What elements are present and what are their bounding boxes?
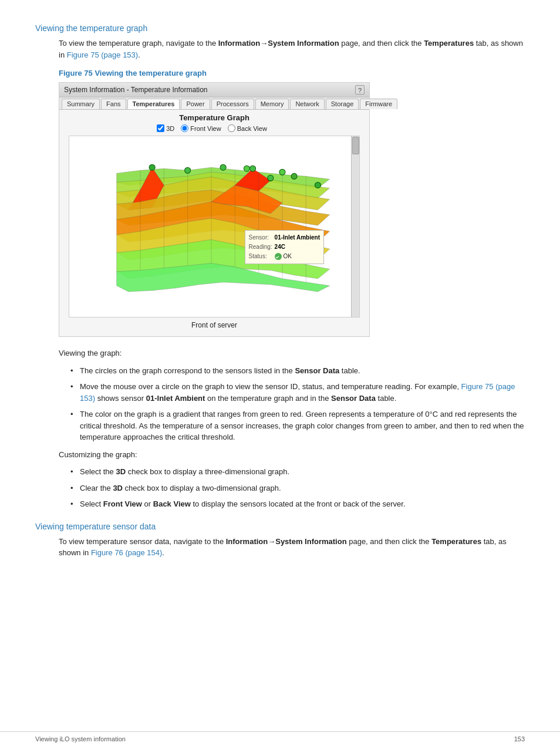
figure75-link[interactable]: Figure 75 (page 153) xyxy=(67,50,138,59)
tab-summary[interactable]: Summary xyxy=(62,99,100,109)
tab-network[interactable]: Network xyxy=(290,99,324,109)
bullet2: Move the mouse over a circle on the grap… xyxy=(70,381,525,404)
3d-bold1: 3D xyxy=(116,467,126,476)
svg-point-22 xyxy=(220,164,226,170)
tab-bar: Summary Fans Temperatures Power Processo… xyxy=(59,97,369,110)
checkbox-3d[interactable] xyxy=(157,124,164,132)
footer-left: Viewing iLO system information xyxy=(35,735,126,742)
cbullet1: Select the 3D check box to display a thr… xyxy=(70,466,525,478)
tab-firmware[interactable]: Firmware xyxy=(360,99,397,109)
svg-point-21 xyxy=(185,167,191,173)
radio-back[interactable] xyxy=(228,124,235,132)
tab-processors[interactable]: Processors xyxy=(211,99,254,109)
bullet3: The color on the graph is a gradient tha… xyxy=(70,409,525,443)
tooltip-status-value: OK xyxy=(275,252,292,261)
tab-fans[interactable]: Fans xyxy=(101,99,126,109)
cbullet3: Select Front View or Back View to displa… xyxy=(70,498,525,510)
section1-intro: To view the temperature graph, navigate … xyxy=(59,38,525,60)
tooltip-status-label: Status: xyxy=(249,252,272,261)
front-view-bold: Front View xyxy=(103,499,142,508)
scrollbar-thumb[interactable] xyxy=(352,137,359,154)
bullet1: The circles on the graph correspond to t… xyxy=(70,365,525,377)
section2-intro: To view temperature sensor data, navigat… xyxy=(59,536,525,559)
radio-back-label[interactable]: Back View xyxy=(228,124,267,132)
section1-heading: Viewing the temperature graph xyxy=(35,23,525,33)
svg-point-20 xyxy=(149,164,155,170)
viewing-bullets: The circles on the graph correspond to t… xyxy=(70,365,525,443)
help-button[interactable]: ? xyxy=(355,85,365,94)
section2-heading: Viewing temperature sensor data xyxy=(35,522,525,531)
svg-point-25 xyxy=(249,166,255,171)
graph-title: Temperature Graph xyxy=(59,110,369,124)
radio-front[interactable] xyxy=(181,124,188,132)
section2: Viewing temperature sensor data To view … xyxy=(35,522,525,559)
figure-titlebar: System Information - Temperature Informa… xyxy=(59,83,369,97)
cbullet2: Clear the 3D check box to display a two-… xyxy=(70,482,525,494)
sys-info-bold: System Information xyxy=(268,39,339,48)
tab-memory[interactable]: Memory xyxy=(255,99,289,109)
s2-sys-info-bold: System Information xyxy=(275,537,346,546)
tooltip-sensor-value: 01-Inlet Ambient xyxy=(275,233,320,242)
sensor-tooltip: Sensor: 01-Inlet Ambient Reading: 24C St… xyxy=(245,230,324,264)
scrollbar[interactable] xyxy=(351,136,359,317)
tab-temperatures[interactable]: Temperatures xyxy=(127,99,180,109)
s2-temps-bold: Temperatures xyxy=(431,537,481,546)
figure76-link[interactable]: Figure 76 (page 154) xyxy=(91,548,162,557)
temperature-graph-svg xyxy=(69,136,359,317)
sensor-data-bold2: Sensor Data xyxy=(331,394,376,403)
sensor-data-bold1: Sensor Data xyxy=(295,366,339,375)
tab-storage[interactable]: Storage xyxy=(326,99,359,109)
info-bold: Information xyxy=(218,39,261,48)
inlet-ambient-bold: 01-Inlet Ambient xyxy=(146,394,205,403)
svg-point-24 xyxy=(279,169,285,175)
footer: Viewing iLO system information 153 xyxy=(0,731,560,746)
svg-point-26 xyxy=(291,173,297,179)
tooltip-reading-label: Reading: xyxy=(249,242,272,252)
tooltip-sensor-label: Sensor: xyxy=(249,233,272,242)
back-view-bold: Back View xyxy=(153,499,191,508)
svg-point-23 xyxy=(244,166,249,171)
figure-title: System Information - Temperature Informa… xyxy=(64,86,208,94)
graph-controls: 3D Front View Back View xyxy=(59,124,369,133)
radio-front-label[interactable]: Front View xyxy=(181,124,221,132)
footer-right: 153 xyxy=(514,735,525,742)
figure-box: System Information - Temperature Informa… xyxy=(59,82,370,337)
svg-point-28 xyxy=(315,182,321,188)
svg-point-27 xyxy=(268,175,274,181)
front-of-server-label: Front of server xyxy=(59,321,369,329)
tooltip-reading-value: 24C xyxy=(275,242,285,252)
figure-caption: Figure 75 Viewing the temperature graph xyxy=(59,69,525,77)
tab-power[interactable]: Power xyxy=(181,99,210,109)
customizing-graph-label: Customizing the graph: xyxy=(59,449,525,461)
ok-icon xyxy=(275,253,282,260)
customizing-bullets: Select the 3D check box to display a thr… xyxy=(70,466,525,510)
graph-area: Sensor: 01-Inlet Ambient Reading: 24C St… xyxy=(69,136,360,318)
s2-info-bold: Information xyxy=(226,537,268,546)
temps-bold: Temperatures xyxy=(424,39,474,48)
viewing-graph-label: Viewing the graph: xyxy=(59,347,525,359)
3d-bold2: 3D xyxy=(113,484,123,492)
checkbox-3d-label[interactable]: 3D xyxy=(157,124,174,132)
